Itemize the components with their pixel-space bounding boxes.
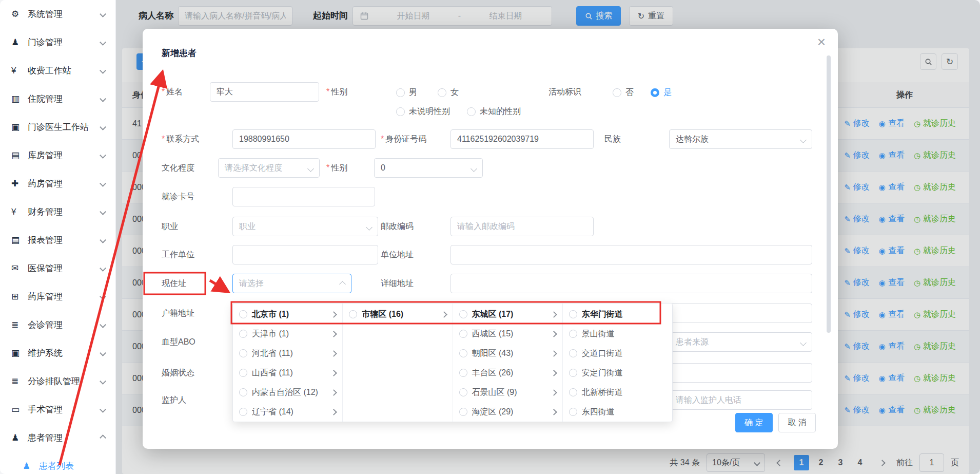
- gender-label: *性别: [326, 82, 347, 102]
- required-marker: *: [326, 163, 329, 172]
- gender-unspecified-radio[interactable]: 未说明性别: [396, 106, 450, 117]
- cascader-option[interactable]: 天津市 (1): [233, 324, 342, 344]
- sidebar-item-收费工作站[interactable]: ¥收费工作站: [0, 56, 115, 85]
- gender-unknown-radio[interactable]: 未知的性别: [467, 106, 521, 117]
- sidebar-item-label: 药房管理: [28, 178, 63, 189]
- education-select[interactable]: 请选择文化程度: [218, 158, 320, 178]
- sidebar-item-药房管理[interactable]: ✚药房管理: [0, 169, 115, 198]
- dialog-title: 新增患者: [162, 47, 197, 59]
- sidebar-item-label: 系统管理: [28, 8, 63, 20]
- unit-address-input[interactable]: [450, 245, 812, 264]
- radio-label: 未说明性别: [409, 106, 450, 117]
- card-number-input[interactable]: [232, 187, 375, 206]
- work-unit-input[interactable]: [232, 245, 378, 264]
- cascader-option[interactable]: 河北省 (11): [233, 344, 342, 363]
- cascader-option-label: 河北省 (11): [252, 348, 293, 359]
- sidebar-item-门诊管理[interactable]: ♟门诊管理: [0, 28, 115, 56]
- gear-icon: ⚙: [11, 9, 26, 20]
- cascader-option[interactable]: 海淀区 (29): [453, 402, 562, 422]
- ethnic-select[interactable]: 达斡尔族: [669, 129, 812, 149]
- cascader-option-label: 丰台区 (26): [472, 368, 514, 378]
- marital-extra-input[interactable]: [669, 363, 812, 383]
- guardian-phone-input[interactable]: [669, 390, 812, 410]
- required-marker: *: [162, 135, 165, 143]
- cascader-option[interactable]: 北新桥街道: [563, 383, 672, 402]
- cascader-option[interactable]: 东四街道: [563, 402, 672, 422]
- cascader-option[interactable]: 交道口街道: [563, 344, 672, 363]
- chevron-right-icon: [551, 409, 557, 415]
- app-root: ⚙系统管理♟门诊管理¥收费工作站▥住院管理▣门诊医生工作站▤库房管理✚药房管理¥…: [0, 0, 980, 474]
- postal-input[interactable]: [450, 217, 594, 236]
- active-no-radio[interactable]: 否: [613, 87, 634, 98]
- sidebar-item-patient-list[interactable]: ♟ 患者列表: [0, 452, 115, 474]
- detail-address-input[interactable]: [450, 274, 812, 293]
- dialog-scrollbar-thumb[interactable]: [827, 55, 831, 333]
- sidebar-item-会诊管理[interactable]: ≣会诊管理: [0, 311, 115, 339]
- cascader-option[interactable]: 东城区 (17): [453, 305, 562, 324]
- cascader-column: 市辖区 (16): [343, 304, 453, 422]
- sidebar-item-患者管理[interactable]: ♟患者管理: [0, 424, 115, 452]
- patient-source-select[interactable]: 患者来源: [669, 332, 812, 352]
- household-extra-input[interactable]: [669, 304, 812, 323]
- sidebar-item-报表管理[interactable]: ▤报表管理: [0, 226, 115, 254]
- occupation-select[interactable]: 职业: [232, 217, 378, 236]
- sidebar-item-药库管理[interactable]: ⊞药库管理: [0, 282, 115, 311]
- radio-icon: [349, 310, 357, 318]
- contact-input[interactable]: [232, 129, 376, 149]
- cascader-option-label: 天津市 (1): [252, 329, 289, 339]
- yen-icon: ¥: [11, 66, 26, 76]
- marital-status-label: 婚姻状态: [162, 363, 194, 383]
- sidebar-item-医保管理[interactable]: ✉医保管理: [0, 254, 115, 282]
- name-input[interactable]: [210, 82, 319, 102]
- radio-icon: [569, 369, 577, 377]
- list-icon: ≣: [11, 319, 26, 330]
- radio-icon: [239, 408, 247, 416]
- sidebar-item-维护系统[interactable]: ▣维护系统: [0, 339, 115, 367]
- cancel-button[interactable]: 取 消: [778, 413, 816, 432]
- cascader-option[interactable]: 景山街道: [563, 324, 672, 344]
- monitor-icon: ▣: [11, 122, 26, 132]
- chevron-down-icon: [800, 137, 807, 143]
- sidebar-item-分诊排队管理[interactable]: ≣分诊排队管理: [0, 367, 115, 395]
- radio-icon: [239, 369, 247, 377]
- chevron-right-icon: [330, 331, 337, 337]
- sidebar-item-库房管理[interactable]: ▤库房管理: [0, 141, 115, 169]
- cascader-option[interactable]: 辽宁省 (14): [233, 402, 342, 422]
- cascader-option[interactable]: 安定门街道: [563, 363, 672, 383]
- cascader-option[interactable]: 石景山区 (9): [453, 383, 562, 402]
- chevron-down-icon: [307, 165, 314, 172]
- gender-female-radio[interactable]: 女: [438, 87, 459, 98]
- cascader-option-label: 景山街道: [582, 329, 615, 339]
- cascader-option[interactable]: 丰台区 (26): [453, 363, 562, 383]
- close-icon[interactable]: ×: [817, 35, 826, 49]
- chevron-down-icon: [100, 180, 106, 187]
- name-label: *姓名: [162, 82, 183, 102]
- cascader-option[interactable]: 东华门街道: [563, 305, 672, 324]
- cascader-option[interactable]: 山西省 (11): [233, 363, 342, 383]
- sidebar-item-系统管理[interactable]: ⚙系统管理: [0, 0, 115, 28]
- yen-icon: ¥: [11, 207, 26, 217]
- active-yes-radio[interactable]: 是: [651, 87, 672, 98]
- sidebar-item-门诊医生工作站[interactable]: ▣门诊医生工作站: [0, 113, 115, 141]
- gender-male-radio[interactable]: 男: [396, 87, 417, 98]
- radio-icon: [613, 88, 621, 97]
- chevron-down-icon: [100, 152, 106, 159]
- cascader-option[interactable]: 内蒙古自治区 (12): [233, 383, 342, 402]
- active-flag-label: 活动标识: [548, 82, 581, 102]
- gender2-select[interactable]: 0: [374, 158, 483, 178]
- cascader-option-label: 东华门街道: [582, 309, 623, 320]
- sidebar-item-手术管理[interactable]: ▭手术管理: [0, 395, 115, 424]
- cascader-option[interactable]: 朝阳区 (43): [453, 344, 562, 363]
- cascader-option[interactable]: 西城区 (15): [453, 324, 562, 344]
- sidebar-item-财务管理[interactable]: ¥财务管理: [0, 198, 115, 226]
- current-address-cascader-select[interactable]: 请选择: [232, 274, 351, 293]
- chevron-down-icon: [100, 378, 106, 385]
- gender2-label: *性别: [326, 158, 347, 178]
- id-number-input[interactable]: [450, 129, 594, 149]
- cascader-option[interactable]: 北京市 (1): [233, 305, 342, 324]
- cascader-option-label: 北新桥街道: [582, 387, 623, 398]
- sidebar-item-住院管理[interactable]: ▥住院管理: [0, 85, 115, 113]
- confirm-button[interactable]: 确 定: [735, 413, 773, 432]
- radio-icon: [459, 369, 467, 377]
- cascader-option[interactable]: 市辖区 (16): [343, 305, 452, 324]
